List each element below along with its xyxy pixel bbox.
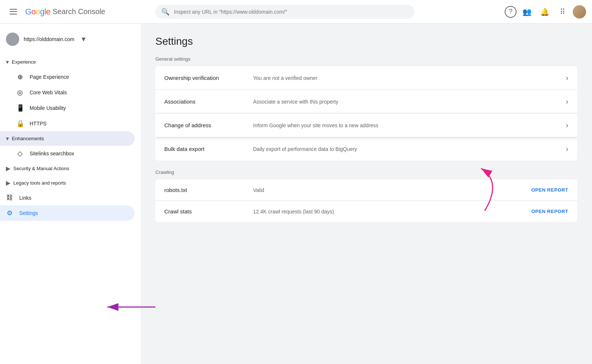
crawl-stats-value: 12.4K crawl requests (last 90 days) (253, 209, 531, 215)
crawl-stats-label: Crawl stats (164, 208, 253, 215)
header: Google Search Console 🔍 ? 👥 🔔 ⠿ (0, 0, 592, 24)
property-dropdown-arrow: ▼ (80, 36, 87, 43)
sitelinks-icon: ◇ (16, 149, 24, 158)
general-settings-label: General settings (155, 56, 577, 62)
change-of-address-row[interactable]: Change of address Inform Google when you… (155, 114, 577, 137)
sidebar: https://olddomain.com ▼ ▾ Experience ⊕ P… (0, 24, 141, 364)
robots-txt-action[interactable]: OPEN REPORT (531, 187, 568, 193)
security-label: Security & Manual Actions (13, 166, 69, 171)
sitelinks-label: Sitelinks searchbox (30, 151, 74, 156)
sidebar-item-page-experience[interactable]: ⊕ Page Experience (0, 69, 135, 85)
experience-label: Experience (12, 59, 36, 65)
bulk-data-export-chevron: › (566, 145, 568, 153)
associations-chevron: › (566, 97, 568, 106)
settings-icon: ⚙ (6, 209, 13, 217)
mobile-usability-icon: 📱 (16, 104, 24, 112)
help-icon: ? (509, 8, 512, 16)
users-button[interactable]: 👥 (519, 4, 534, 19)
users-icon: 👥 (522, 7, 532, 16)
sidebar-item-core-web-vitals[interactable]: ◎ Core Web Vitals (0, 85, 135, 100)
bell-icon: 🔔 (540, 7, 549, 16)
general-settings-card: Ownership verification You are not a ver… (155, 66, 577, 161)
robots-txt-label: robots.txt (164, 187, 253, 193)
property-name: https://olddomain.com (24, 36, 74, 42)
app-name: Search Console (53, 7, 105, 16)
ownership-verification-label: Ownership verification (164, 75, 253, 81)
robots-txt-value: Valid (253, 187, 531, 193)
sidebar-section-enhancements[interactable]: ▾ Enhancements (0, 131, 135, 146)
associations-row[interactable]: Associations Associate a service with th… (155, 90, 577, 114)
legacy-expand-icon: ▶ (6, 179, 10, 186)
property-selector[interactable]: https://olddomain.com ▼ (0, 30, 141, 49)
search-icon: 🔍 (161, 8, 169, 16)
enhancements-label: Enhancements (12, 136, 44, 141)
ownership-verification-value: You are not a verified owner (253, 75, 560, 81)
main-content: Settings General settings Ownership veri… (141, 24, 592, 364)
sidebar-section-legacy[interactable]: ▶ Legacy tools and reports (0, 176, 141, 190)
ownership-verification-chevron: › (566, 74, 568, 82)
associations-label: Associations (164, 98, 253, 105)
legacy-label: Legacy tools and reports (13, 180, 66, 186)
layout: https://olddomain.com ▼ ▾ Experience ⊕ P… (0, 24, 592, 364)
search-bar: 🔍 (155, 5, 414, 19)
help-button[interactable]: ? (505, 6, 517, 18)
crawl-stats-action[interactable]: OPEN REPORT (531, 209, 568, 214)
header-left: Google Search Console (6, 4, 147, 19)
sidebar-section-experience[interactable]: ▾ Experience (0, 55, 141, 69)
apps-button[interactable]: ⠿ (555, 4, 570, 19)
security-expand-icon: ▶ (6, 165, 10, 172)
https-label: HTTPS (30, 121, 47, 127)
associations-value: Associate a service with this property (253, 99, 560, 105)
header-icons: ? 👥 🔔 ⠿ (505, 4, 586, 19)
change-of-address-value: Inform Google when your site moves to a … (253, 122, 560, 128)
settings-label: Settings (19, 210, 38, 216)
mobile-usability-label: Mobile Usability (30, 105, 66, 111)
https-icon: 🔒 (16, 119, 24, 128)
google-logo: Google (25, 7, 50, 17)
search-input[interactable] (174, 9, 408, 15)
enhancements-expand-icon: ▾ (6, 135, 9, 142)
crawling-label: Crawling (155, 169, 577, 175)
core-web-vitals-label: Core Web Vitals (30, 90, 67, 95)
menu-button[interactable] (6, 4, 21, 19)
sidebar-section-security[interactable]: ▶ Security & Manual Actions (0, 161, 141, 176)
page-title: Settings (155, 36, 577, 47)
links-icon: ⛓ (6, 194, 13, 202)
avatar[interactable] (573, 5, 586, 18)
search-bar-inner[interactable]: 🔍 (155, 5, 414, 19)
experience-expand-icon: ▾ (6, 58, 9, 65)
sidebar-item-https[interactable]: 🔒 HTTPS (0, 116, 135, 131)
ownership-verification-row[interactable]: Ownership verification You are not a ver… (155, 66, 577, 90)
bulk-data-export-row[interactable]: Bulk data export Daily export of perform… (155, 137, 577, 161)
grid-icon: ⠿ (560, 7, 565, 16)
change-of-address-label: Change of address (164, 122, 253, 128)
robots-txt-row[interactable]: robots.txt Valid OPEN REPORT (155, 179, 577, 201)
bulk-data-export-label: Bulk data export (164, 146, 253, 152)
links-label: Links (19, 195, 31, 201)
sidebar-item-settings[interactable]: ⚙ Settings (0, 205, 135, 221)
sidebar-item-links[interactable]: ⛓ Links (0, 190, 135, 205)
page-experience-icon: ⊕ (16, 73, 24, 81)
crawling-card: robots.txt Valid OPEN REPORT Crawl stats… (155, 179, 577, 222)
sidebar-item-mobile-usability[interactable]: 📱 Mobile Usability (0, 100, 135, 116)
change-of-address-chevron: › (566, 121, 568, 129)
notifications-button[interactable]: 🔔 (537, 4, 552, 19)
page-experience-label: Page Experience (30, 74, 69, 80)
bulk-data-export-value: Daily export of performance data to BigQ… (253, 146, 560, 152)
crawl-stats-row[interactable]: Crawl stats 12.4K crawl requests (last 9… (155, 201, 577, 222)
hamburger-icon (9, 7, 18, 16)
logo-area: Google Search Console (25, 7, 105, 17)
property-avatar (6, 33, 19, 46)
core-web-vitals-icon: ◎ (16, 88, 24, 97)
sidebar-item-sitelinks-searchbox[interactable]: ◇ Sitelinks searchbox (0, 146, 135, 161)
